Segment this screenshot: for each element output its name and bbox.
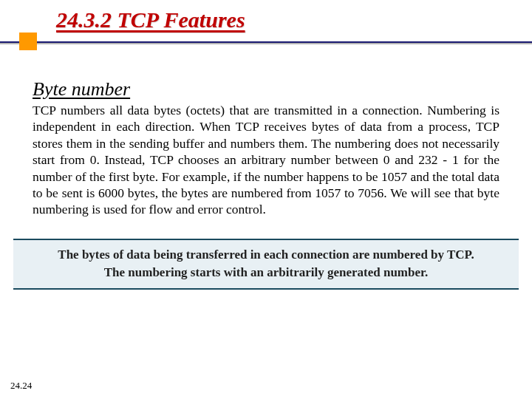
page-title: 24.3.2 TCP Features bbox=[56, 7, 245, 33]
content-area: Byte number TCP numbers all data bytes (… bbox=[0, 46, 532, 218]
callout-container: The bytes of data being transferred in e… bbox=[0, 239, 532, 290]
callout-line-1: The bytes of data being transferred in e… bbox=[33, 246, 499, 264]
section-subheading: Byte number bbox=[33, 78, 499, 100]
header-rule-light bbox=[0, 43, 532, 44]
section-paragraph: TCP numbers all data bytes (octets) that… bbox=[33, 102, 499, 218]
callout-box: The bytes of data being transferred in e… bbox=[13, 239, 519, 290]
page-number: 24.24 bbox=[10, 380, 32, 392]
callout-line-2: The numbering starts with an arbitrarily… bbox=[33, 264, 499, 282]
bullet-square-icon bbox=[19, 33, 37, 50]
slide-header: 24.3.2 TCP Features bbox=[0, 0, 532, 46]
